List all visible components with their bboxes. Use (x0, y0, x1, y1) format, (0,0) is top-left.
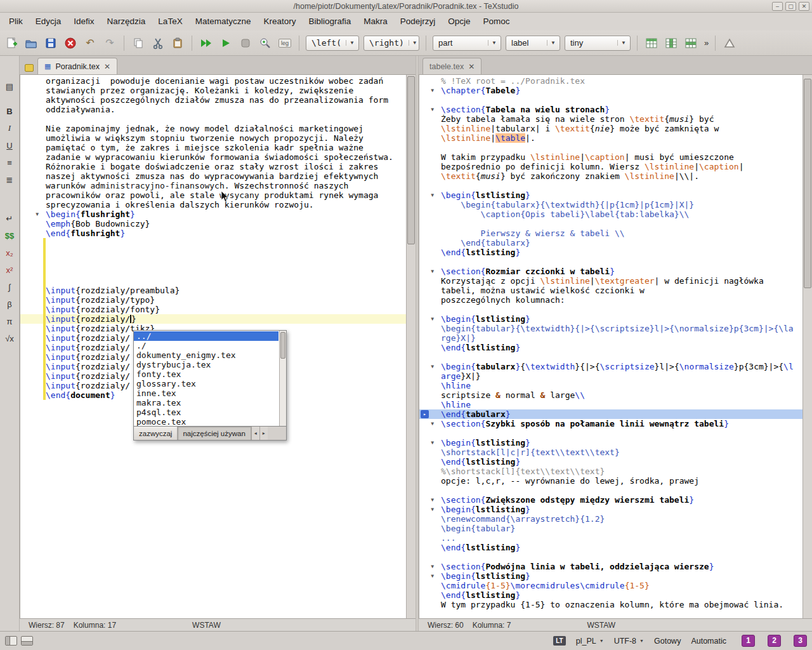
encoding-select[interactable]: UTF-8 ▼ (614, 637, 644, 646)
code-line[interactable]: stawianych przez organizację. Koleżanki … (20, 86, 406, 95)
code-line[interactable]: Nie zapominajmy jednak, że nowy model dz… (20, 124, 406, 133)
completion-tab[interactable]: najczęściej używan (178, 427, 251, 440)
completion-item[interactable]: glossary.tex (134, 379, 278, 388)
fold-marker-icon[interactable]: ▼ (419, 419, 441, 428)
code-line[interactable]: opcje: l,c,r, -- wyrównanie do lewej, śr… (419, 476, 802, 486)
code-line[interactable] (419, 352, 802, 362)
menu-item[interactable]: Opcje (442, 13, 476, 30)
completion-item[interactable]: fonty.tex (134, 369, 278, 379)
code-line[interactable]: organizacji powoduje docenianie wagi pos… (20, 76, 406, 86)
close-icon[interactable]: ✕ (799, 2, 809, 11)
code-line[interactable] (20, 267, 406, 276)
code-line[interactable]: \cmidrule{1-5}\morecmidrules\cmidrule{1-… (419, 581, 802, 590)
inline-math-icon[interactable]: $$ (2, 228, 17, 243)
menu-item[interactable]: LaTeX (152, 13, 188, 30)
code-line[interactable] (419, 552, 802, 562)
code-line[interactable]: \input{rozdzialy/fonty} (20, 305, 406, 314)
language-select[interactable]: pl_PL ▼ (576, 637, 604, 646)
code-line[interactable]: % !TeX root = ../Poradnik.tex (419, 76, 802, 86)
completion-item[interactable]: pomoce.tex (134, 417, 278, 427)
code-line[interactable]: \end{lstlisting} (419, 343, 802, 352)
code-line[interactable]: pracowników oraz powoli, ale stale wysyc… (20, 190, 406, 200)
code-line[interactable]: \hline (419, 381, 802, 390)
bookmark-badge[interactable]: 2 (768, 635, 781, 647)
sqrt-icon[interactable]: √x (2, 331, 17, 346)
menu-item[interactable]: Edycja (29, 13, 68, 30)
add-column-icon[interactable] (662, 34, 680, 52)
menu-item[interactable]: Narzędzia (101, 13, 152, 30)
integral-icon[interactable]: ∫ (2, 279, 17, 295)
fold-marker-icon[interactable]: ▼ (419, 571, 441, 581)
open-file-icon[interactable] (22, 34, 40, 52)
code-line[interactable]: ▼\begin{lstlisting} (419, 190, 802, 200)
completion-item[interactable]: ./ (134, 341, 278, 350)
code-line[interactable]: ▼\section{Zwiększone odstępy między wier… (419, 495, 802, 505)
line-ending-select[interactable]: Automatic (691, 637, 726, 646)
code-line[interactable]: ▸\end{tabularx} (419, 409, 802, 419)
popup-scrollbar[interactable] (279, 331, 286, 426)
code-line[interactable] (20, 257, 406, 267)
menu-item[interactable]: Idefix (67, 13, 100, 30)
code-line[interactable]: umożliwia w większym stopniu tworzenie n… (20, 133, 406, 143)
menu-item[interactable]: Plik (3, 13, 29, 30)
code-line[interactable]: naszej aktywności zmusza nas do wypracow… (20, 171, 406, 181)
minimize-icon[interactable]: – (772, 2, 783, 11)
code-line[interactable]: scriptsize & normal & large\\ (419, 390, 802, 400)
code-line[interactable] (419, 486, 802, 495)
code-line[interactable] (419, 181, 802, 190)
code-line[interactable]: \end{lstlisting} (419, 248, 802, 257)
code-line[interactable]: sprecyzowania i określenia dalszych kier… (20, 200, 406, 209)
code-line[interactable]: \end{lstlisting} (419, 457, 802, 467)
fold-marker-icon[interactable]: ▼ (419, 438, 441, 448)
left-scrollbar[interactable] (406, 75, 416, 618)
code-line[interactable]: ... (419, 533, 802, 543)
align-left-icon[interactable]: ≡ (2, 155, 17, 170)
code-line[interactable]: \begin{tabular}{\textwidth}{|>{\scriptsi… (419, 324, 802, 333)
structure-panel-icon[interactable] (5, 636, 17, 646)
copy-icon[interactable] (129, 34, 147, 52)
italic-icon[interactable]: I (2, 121, 17, 136)
tab-tabele[interactable]: tabele.tex ✕ (422, 58, 481, 74)
newline-icon[interactable]: ↵ (2, 211, 17, 226)
code-line[interactable]: \begin{tabularx}{\textwidth}{|p{1cm}|p{1… (419, 200, 802, 209)
code-line[interactable]: \shortstack[l|c|r]{text\\text\\text} (419, 448, 802, 457)
fold-marker-icon[interactable]: ▼ (419, 86, 441, 95)
code-line[interactable]: \renewcommand{\arraystretch}{1.2} (419, 514, 802, 524)
cut-icon[interactable] (149, 34, 167, 52)
code-line[interactable] (20, 238, 406, 248)
code-line[interactable]: ▼\begin{lstlisting} (419, 438, 802, 448)
code-line[interactable] (419, 257, 802, 267)
insert-table-icon[interactable] (643, 34, 660, 52)
code-line[interactable]: W tym przypadku {1-5} to oznaczenia kolu… (419, 600, 802, 609)
new-file-icon[interactable] (3, 34, 20, 52)
popup-scroll-thumb[interactable] (280, 332, 285, 359)
code-line[interactable]: ▼\begin{tabularx}{\textwidth}{|>{\script… (419, 362, 802, 371)
code-line[interactable]: \textit{musi} być zakończony znakiem \ls… (419, 171, 802, 181)
completion-item[interactable]: dokumenty_enigmy.tex (134, 350, 278, 360)
redo-icon[interactable]: ↷ (101, 34, 119, 52)
fold-marker-icon[interactable]: ▼ (419, 362, 441, 371)
code-line[interactable]: zadanie w wypracowaniu kierunków formowa… (20, 152, 406, 162)
completion-item[interactable]: p4sql.tex (134, 408, 278, 417)
code-line[interactable] (419, 305, 802, 314)
code-line[interactable] (419, 143, 802, 152)
code-line[interactable]: pamiętać o tym, że zakres i miejsce szko… (20, 143, 406, 152)
fold-marker-icon[interactable]: ▼ (419, 562, 441, 571)
code-line[interactable]: ▼\begin{lstlisting} (419, 314, 802, 324)
code-line[interactable]: Pierwszy & wiersz & tabeli \\ (419, 229, 802, 238)
code-line[interactable]: \emph{Bob Budowniczy} (20, 219, 406, 229)
right-editor[interactable]: % !TeX root = ../Poradnik.tex▼\chapter{T… (419, 75, 812, 618)
align-block-icon[interactable]: ≣ (2, 172, 17, 187)
completion-item[interactable]: inne.tex (134, 388, 278, 398)
code-line[interactable]: %\shortstack[l]{text\\text\\text} (419, 467, 802, 476)
code-line[interactable]: \input{rozdzialy/typo} (20, 295, 406, 305)
structure-select[interactable]: part ▼ (433, 36, 501, 51)
code-line[interactable]: \input{rozdzialy/} (20, 314, 406, 324)
magnifier-icon[interactable] (256, 34, 274, 52)
fold-marker-icon[interactable]: ▼ (419, 267, 441, 276)
menu-item[interactable]: Pomoc (477, 13, 516, 30)
code-line[interactable]: ▼\section{Podwójna linia w tabeli, oddzi… (419, 562, 802, 571)
superscript-icon[interactable]: x² (2, 262, 17, 277)
languagetool-badge[interactable]: LT (553, 636, 565, 646)
delta-icon[interactable] (721, 34, 738, 52)
